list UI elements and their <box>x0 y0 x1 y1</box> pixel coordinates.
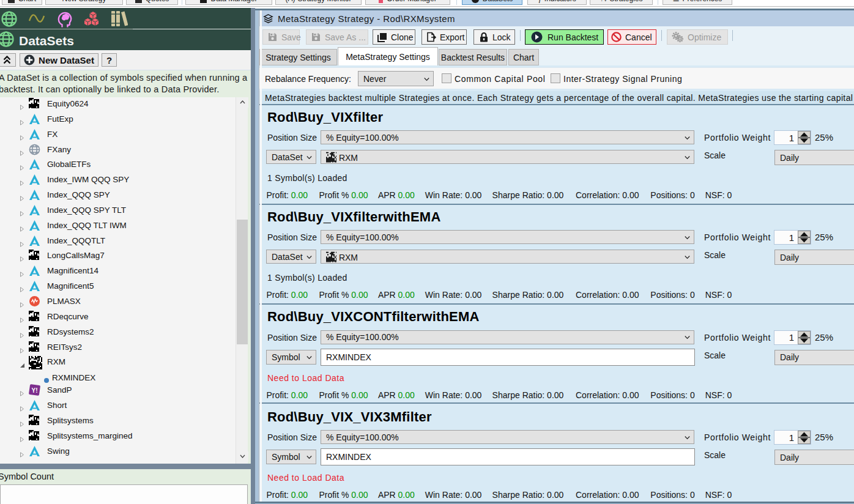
svg-text:Y!: Y! <box>32 387 38 394</box>
